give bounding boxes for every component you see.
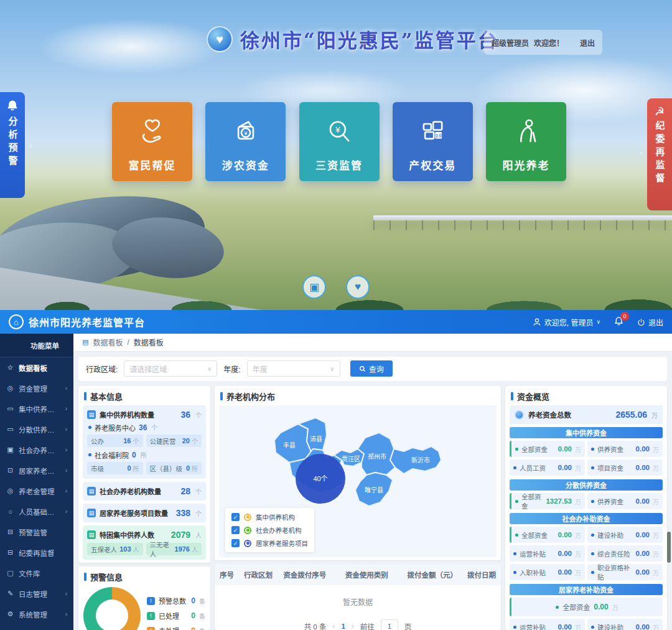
sidebar-item-icon (6, 528, 14, 536)
tile-label: 产权交易 (409, 157, 456, 172)
region-select[interactable]: 请选择区域 ∨ (124, 360, 217, 377)
notification-bell-button[interactable]: 0 (614, 316, 623, 327)
tile-label: 阳光养老 (503, 157, 550, 172)
tile-yangguang-yanglao[interactable]: 阳光养老 (486, 102, 566, 181)
tile-chanquan-jiaoyi[interactable]: 交易 产权交易 (393, 102, 473, 181)
fund-section-header: 集中供养资金 (510, 427, 663, 438)
sidebar-item[interactable]: 数据看板 (0, 357, 73, 378)
tile-shenong-zijin[interactable]: ¥ 涉农资金 (205, 102, 286, 181)
map-bubble-label: 40个 (313, 475, 327, 482)
total-count: 共 0 条 (304, 621, 327, 630)
map-legend-item[interactable]: ✓ 集中供养机构 (231, 512, 308, 522)
checkbox-checked-icon[interactable]: ✓ (231, 526, 240, 534)
map-label: 沛县 (310, 435, 322, 443)
warning-stats: ! 预警总数 0 条 ! 已处理 0 (147, 596, 205, 630)
search-button[interactable]: 查询 (350, 360, 393, 377)
warning-info-panel: 预警信息 ! 预警总数 0 条 (78, 567, 210, 630)
warning-info-title: 预警信息 (78, 567, 210, 586)
fund-item: 供养资金 0.00万 (587, 441, 663, 457)
hero-user-name: 超级管理员 (492, 37, 529, 48)
search-icon (359, 365, 366, 372)
dashboard-title: 徐州市阳光养老监管平台 (29, 314, 145, 329)
scrollbar-thumb[interactable] (667, 532, 671, 563)
hero-quick-icons: ▣ ♥ (0, 275, 672, 299)
svg-text:¥: ¥ (335, 125, 340, 134)
fund-allocation-table: 序号 行政区划 资金拨付序号 资金使用类别 拨付金额（元） 拨付日期 (215, 564, 501, 585)
sidebar-item[interactable]: 社会办养老机构 › (0, 440, 73, 460)
dashboard-logo-icon: ⌂ (9, 314, 24, 329)
sidebar-item[interactable]: 居家养老服务项目 › (0, 460, 73, 481)
stat-pill: 公建民营20个 (146, 435, 202, 447)
fund-allocation-table-panel: 序号 行政区划 资金拨付序号 资金使用类别 拨付金额（元） 拨付日期 暂无数据 (215, 564, 501, 630)
fund-item: 入职补贴 0.00万 (510, 564, 585, 580)
fund-section-grid: 全部资金 0.00万 建设补助 0.00万 (510, 527, 663, 580)
user-icon (533, 317, 541, 326)
map-legend-item[interactable]: ✓ 社会办养老机构 (231, 525, 308, 535)
stat-pill: 五保老人103人 (87, 543, 143, 555)
sidebar-item[interactable]: 资金管理 › (0, 378, 73, 398)
next-page-button[interactable]: › (352, 622, 354, 630)
chevron-down-icon: ∨ (330, 365, 334, 372)
chevron-right-icon: › (30, 141, 32, 150)
breadcrumb-first[interactable]: 数据看板 (93, 337, 123, 347)
sidebar-item[interactable]: 人员基础信息 › (0, 501, 73, 522)
tile-sanzi-jianguan[interactable]: ¥ 三资监管 (299, 102, 380, 181)
chevron-right-icon: › (65, 487, 67, 494)
sidebar-item[interactable]: 养老金管理 › (0, 481, 73, 501)
fund-item: 供养资金 0.00万 (587, 493, 663, 509)
prev-page-button[interactable]: ‹ (332, 622, 335, 630)
platform-logo-icon: ♥ (207, 26, 233, 52)
sidebar-item[interactable]: 日志管理 › (0, 583, 73, 604)
year-select[interactable]: 年度 ∨ (247, 360, 340, 377)
fund-item: 项目资金 0.00万 (587, 459, 663, 476)
logout-button[interactable]: 退出 (637, 317, 663, 327)
goto-page-input[interactable] (381, 619, 398, 630)
chevron-right-icon: › (65, 405, 67, 412)
trade-blocks-icon: 交易 (416, 116, 449, 148)
legend-ring-icon (244, 527, 251, 534)
sidebar-item[interactable]: 集中供养资金 › (0, 398, 73, 419)
main-content: ▤ 数据看板 / 数据看板 行政区域: 请选择区域 ∨ 年度: 年度 ∨ 查询 (73, 334, 672, 630)
bridge-illustration (373, 215, 672, 220)
header-user-menu[interactable]: 欢迎您, 管理员 ∨ (533, 317, 600, 327)
hero-platform-title: 徐州市“阳光惠民”监管平台 (240, 25, 499, 53)
breadcrumb: ▤ 数据看板 / 数据看板 (73, 334, 672, 352)
sidebar-item-icon (6, 364, 14, 372)
checkbox-checked-icon[interactable]: ✓ (231, 513, 240, 521)
tile-fumin-bangcu[interactable]: 富民帮促 (112, 102, 192, 181)
nav-tiles: 富民帮促 ¥ 涉农资金 ¥ 三资监管 (112, 102, 566, 181)
party-emblem-icon: ☭ (655, 106, 665, 117)
hero-user-bar: 超级管理员 欢迎您！ 退出 (484, 30, 602, 55)
year-filter-label: 年度: (223, 364, 240, 374)
chevron-right-icon: › (65, 385, 67, 392)
sidebar-item-icon (6, 508, 14, 515)
legend-ring-icon (244, 514, 251, 521)
heart-care-circle-button[interactable]: ♥ (346, 275, 370, 299)
map-label: 丰县 (283, 441, 296, 449)
doc-icon: ▤ (87, 487, 96, 496)
hero-logout-button[interactable]: 退出 (580, 37, 595, 48)
sidebar-item[interactable]: 分散供养资金 › (0, 419, 73, 440)
doc-icon: ▤ (87, 530, 96, 539)
sidebar-item-icon (6, 466, 14, 474)
checkbox-checked-icon[interactable]: ✓ (231, 539, 240, 547)
fund-section-header: 社会办补助资金 (510, 513, 663, 524)
stat-pill: 市级0所 (87, 462, 143, 474)
fund-section-grid: 全部资金 0.00万 供养资金 0.00万 (510, 441, 663, 476)
id-card-circle-button[interactable]: ▣ (302, 275, 326, 299)
sidebar-item[interactable]: 纪委再监督 (0, 542, 73, 563)
basic-info-title: 基本信息 (78, 386, 210, 405)
analysis-warning-tab[interactable]: 分析预警 › (0, 92, 25, 198)
discipline-supervision-tab[interactable]: ☭ 纪委再监督 ‹ (647, 98, 672, 210)
magnifier-yuan-icon: ¥ (323, 116, 355, 148)
tile-label: 三资监管 (315, 157, 363, 172)
sidebar-item[interactable]: 文件库 (0, 563, 73, 583)
fund-item: 人员工资 0.00万 (510, 459, 585, 476)
sidebar-item[interactable]: 系统管理 › (0, 604, 73, 624)
sidebar-item[interactable]: 预警监管 (0, 522, 73, 542)
fund-item: 运营补贴 0.00万 (510, 619, 585, 630)
map-legend-item[interactable]: ✓ 居家养老服务项目 (231, 538, 308, 548)
fund-total-row: 养老资金总数 2655.06 万 (510, 405, 663, 424)
current-page-button[interactable]: 1 (341, 623, 345, 630)
heart-in-hand-icon (136, 116, 169, 148)
